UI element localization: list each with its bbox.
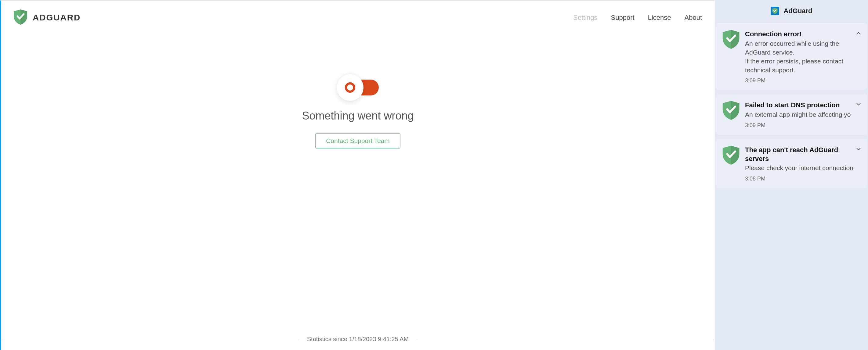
- notification-time: 3:08 PM: [745, 176, 861, 182]
- notification-title: Connection error!: [745, 30, 861, 39]
- divider-right: [416, 339, 715, 339]
- shield-logo-icon: [14, 9, 27, 26]
- chevron-down-icon[interactable]: [855, 101, 862, 108]
- contact-support-button[interactable]: Contact Support Team: [315, 133, 400, 148]
- main-window: ADGUARD Settings Support License About S…: [0, 0, 715, 350]
- stats-row: Statistics since 1/18/2023 9:41:25 AM: [1, 336, 715, 343]
- chevron-up-icon[interactable]: [855, 30, 862, 37]
- shield-check-icon: [722, 101, 740, 120]
- nav-settings[interactable]: Settings: [573, 14, 597, 22]
- notification-message: An external app might be affecting yo: [745, 110, 861, 119]
- notification-card[interactable]: The app can't reach AdGuard servers Plea…: [716, 139, 867, 188]
- notification-body: Failed to start DNS protection An extern…: [745, 101, 861, 129]
- notification-message: Please check your internet connection: [745, 164, 861, 173]
- notification-title: The app can't reach AdGuard servers: [745, 146, 861, 163]
- main-content: Something went wrong Contact Support Tea…: [1, 34, 715, 350]
- nav: Settings Support License About: [573, 14, 702, 22]
- notification-body: Connection error! An error occurred whil…: [745, 30, 861, 84]
- notification-card[interactable]: Connection error! An error occurred whil…: [716, 23, 867, 90]
- nav-about[interactable]: About: [685, 14, 702, 22]
- notification-panel: AdGuard Connection error! An error occur…: [715, 0, 868, 350]
- protection-toggle[interactable]: [337, 74, 379, 101]
- notification-panel-header: AdGuard: [715, 0, 868, 23]
- notification-app-name: AdGuard: [783, 7, 812, 15]
- app-tray-icon: [771, 7, 779, 15]
- toggle-knob: [337, 74, 364, 101]
- notification-body: The app can't reach AdGuard servers Plea…: [745, 146, 861, 182]
- toggle-ring-icon: [345, 82, 355, 93]
- notification-title: Failed to start DNS protection: [745, 101, 861, 110]
- brand: ADGUARD: [14, 9, 81, 26]
- divider-left: [1, 339, 299, 339]
- notification-card[interactable]: Failed to start DNS protection An extern…: [716, 94, 867, 135]
- chevron-down-icon[interactable]: [855, 146, 862, 152]
- nav-support[interactable]: Support: [611, 14, 634, 22]
- app-header: ADGUARD Settings Support License About: [1, 1, 715, 34]
- shield-check-icon: [722, 30, 740, 49]
- brand-name: ADGUARD: [33, 13, 81, 23]
- shield-check-icon: [722, 146, 740, 165]
- notification-list: Connection error! An error occurred whil…: [715, 23, 868, 188]
- notification-time: 3:09 PM: [745, 77, 861, 84]
- nav-license[interactable]: License: [648, 14, 671, 22]
- error-heading: Something went wrong: [302, 109, 413, 122]
- notification-time: 3:09 PM: [745, 122, 861, 129]
- stats-since-label: Statistics since 1/18/2023 9:41:25 AM: [299, 336, 417, 343]
- notification-message: An error occurred while using the AdGuar…: [745, 39, 861, 75]
